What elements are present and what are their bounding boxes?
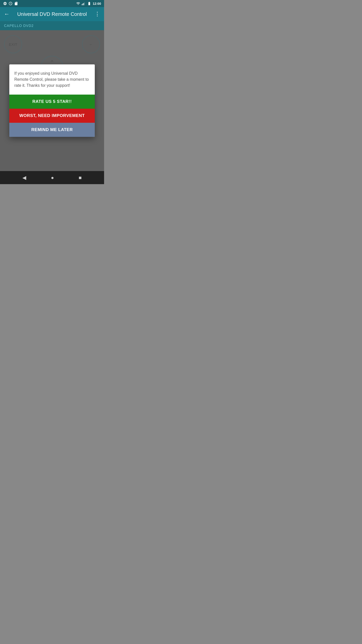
system-home-button[interactable]: ●	[51, 175, 54, 181]
system-recents-button[interactable]: ■	[79, 175, 82, 181]
app-bar: ← Universal DVD Remote Control ⋮	[0, 7, 104, 21]
device-name: CAPELLO DVD2	[4, 24, 34, 28]
sd-card-icon	[14, 2, 18, 6]
svg-rect-0	[82, 4, 82, 5]
wifi-icon	[76, 2, 80, 6]
remote-background: EXIT ← ^ 4 5 6 7 8 Delay Select If you e…	[0, 30, 104, 171]
menu-button[interactable]: ⋮	[95, 11, 100, 17]
battery-icon	[87, 2, 91, 6]
rating-dialog: If you enjoyed using Universal DVD Remot…	[9, 64, 95, 137]
settings-icon	[3, 2, 7, 6]
svg-rect-1	[82, 4, 83, 5]
rate-5-star-button[interactable]: RATE US 5 STAR!!	[9, 95, 95, 109]
status-bar: 12:00	[0, 0, 104, 7]
dialog-overlay: If you enjoyed using Universal DVD Remot…	[0, 30, 104, 171]
svg-rect-3	[84, 2, 85, 5]
bottom-navigation: ◀ ● ■	[0, 171, 104, 184]
remind-later-button[interactable]: REMIND ME LATER	[9, 123, 95, 137]
status-icons-left	[3, 2, 18, 6]
system-back-button[interactable]: ◀	[22, 175, 26, 181]
signal-icon	[82, 2, 86, 6]
dialog-message-area: If you enjoyed using Universal DVD Remot…	[9, 64, 95, 95]
dialog-message-text: If you enjoyed using Universal DVD Remot…	[14, 70, 90, 89]
time-display: 12:00	[93, 2, 101, 6]
back-button[interactable]: ←	[4, 11, 10, 17]
clock-icon	[9, 2, 13, 6]
status-icons-right: 12:00	[76, 2, 101, 6]
worst-button[interactable]: WORST, NEED IMPORVEMENT	[9, 109, 95, 123]
sub-header: CAPELLO DVD2	[0, 21, 104, 30]
svg-rect-2	[83, 3, 84, 5]
app-title: Universal DVD Remote Control	[14, 11, 90, 17]
